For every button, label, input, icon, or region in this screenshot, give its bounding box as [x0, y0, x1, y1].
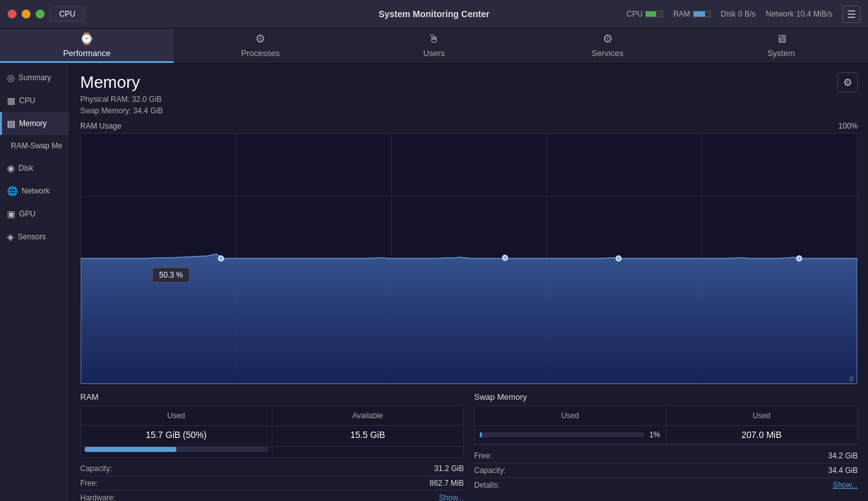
sidebar-item-sensors[interactable]: ◈ Sensors: [0, 225, 69, 248]
ram-progress-fill: [85, 447, 176, 452]
ram-progress-bg: [85, 447, 268, 452]
svg-point-8: [503, 255, 508, 260]
swap-panel-title: Swap Memory: [474, 392, 858, 406]
swap-details-row: Details: Show...: [474, 477, 858, 492]
ram-available-header: Available: [272, 406, 464, 425]
system-icon: 🖥: [776, 32, 787, 46]
free-row: Free: 862.7 MiB: [80, 476, 464, 490]
ram-values-row: 15.7 GiB (50%) 15.5 GiB: [81, 426, 463, 447]
swap-pct-label: 1%: [649, 430, 660, 439]
swap-memory-info: Swap Memory: 34.4 GiB: [80, 106, 163, 115]
content-area: Memory Physical RAM: 32.0 GiB Swap Memor…: [70, 64, 868, 501]
disk-value: 0 B/s: [738, 10, 755, 18]
chart-section: RAM Usage 100%: [70, 122, 868, 385]
free-label: Free:: [80, 479, 98, 488]
swap-used-header: Used: [475, 406, 666, 425]
settings-button[interactable]: ⚙: [837, 73, 858, 92]
page-info: Memory Physical RAM: 32.0 GiB Swap Memor…: [80, 73, 163, 115]
swap-stats-grid: Used Used 1% 207.0 MiB: [474, 406, 858, 445]
minimize-button[interactable]: [22, 10, 31, 18]
titlebar-tabs: CPU: [50, 6, 85, 22]
ram-label: RAM: [673, 10, 690, 18]
ram-panel: RAM Used Available 15.7 GiB (50%) 15.5 G…: [80, 392, 464, 501]
performance-icon: ⌚: [80, 32, 94, 46]
main-layout: ◎ Summary ▦ CPU ▤ Memory RAM-Swap Me ◉ D…: [0, 64, 868, 501]
ram-bar-row: [81, 447, 463, 457]
app-title: System Monitoring Center: [379, 9, 489, 19]
cpu-bar: [645, 11, 663, 17]
sensors-icon: ◈: [7, 232, 14, 242]
sidebar-item-network[interactable]: 🌐 Network: [0, 180, 69, 202]
window-controls: CPU: [8, 6, 85, 22]
cpu-sidebar-icon: ▦: [7, 95, 15, 106]
disk-label: Disk: [721, 10, 736, 18]
ram-panel-title: RAM: [80, 392, 464, 406]
tab-processes[interactable]: ⚙ Processes: [174, 29, 347, 63]
users-icon: 🖱: [428, 32, 440, 46]
gpu-icon: ▣: [7, 209, 15, 219]
swap-bar-cell: 1%: [475, 426, 666, 444]
ram-used-header: Used: [81, 406, 272, 425]
close-button[interactable]: [8, 10, 17, 18]
titlebar-metrics: CPU RAM Disk 0 B/s Network 10.4 MiB/s ☰: [627, 6, 860, 23]
swap-header-row: Used Used: [475, 406, 857, 426]
sidebar: ◎ Summary ▦ CPU ▤ Memory RAM-Swap Me ◉ D…: [0, 64, 70, 501]
cpu-metric: CPU: [627, 10, 663, 18]
ram-chart: 50.3 % 0: [80, 133, 858, 385]
chart-label: RAM Usage: [80, 122, 122, 131]
ram-metric: RAM: [673, 10, 711, 18]
cpu-label: CPU: [627, 10, 643, 18]
stats-section: RAM Used Available 15.7 GiB (50%) 15.5 G…: [70, 385, 868, 501]
menu-button[interactable]: ☰: [843, 6, 860, 23]
disk-sidebar-icon: ◉: [7, 163, 15, 173]
processes-icon: ⚙: [255, 32, 265, 46]
ram-available-bar-cell: [272, 447, 464, 457]
swap-value-cell: 207.0 MiB: [666, 426, 858, 444]
network-icon: 🌐: [7, 186, 18, 196]
svg-point-10: [797, 256, 802, 261]
tab-performance[interactable]: ⌚ Performance: [0, 29, 174, 63]
swap-free-label: Free:: [474, 451, 492, 460]
swap-details-link[interactable]: Show...: [833, 481, 858, 490]
svg-point-9: [616, 256, 621, 261]
swap-capacity-value: 34.4 GiB: [828, 466, 858, 475]
ram-header-row: Used Available: [81, 406, 463, 426]
nav-tabs: ⌚ Performance ⚙ Processes 🖱 Users ⚙ Serv…: [0, 29, 868, 64]
content-header: Memory Physical RAM: 32.0 GiB Swap Memor…: [70, 64, 868, 122]
swap-bar-row: 1% 207.0 MiB: [475, 426, 857, 444]
free-value: 862.7 MiB: [430, 479, 464, 488]
sidebar-item-gpu[interactable]: ▣ GPU: [0, 202, 69, 225]
chart-header: RAM Usage 100%: [80, 122, 858, 131]
swap-details: Free: 34.2 GiB Capacity: 34.4 GiB Detail…: [474, 449, 858, 492]
tab-system[interactable]: 🖥 System: [694, 29, 868, 63]
titlebar-tab-cpu[interactable]: CPU: [50, 6, 85, 22]
swap-free-row: Free: 34.2 GiB: [474, 449, 858, 463]
summary-icon: ◎: [7, 73, 15, 83]
ram-stats-grid: Used Available 15.7 GiB (50%) 15.5 GiB: [80, 406, 464, 458]
ram-bar: [693, 11, 711, 17]
network-value: 10.4 MiB/s: [796, 10, 832, 18]
swap-used2-header: Used: [666, 406, 858, 425]
tab-services[interactable]: ⚙ Services: [521, 29, 694, 63]
svg-point-7: [218, 256, 223, 261]
network-metric: Network 10.4 MiB/s: [766, 10, 832, 18]
sidebar-item-summary[interactable]: ◎ Summary: [0, 66, 69, 89]
capacity-label: Capacity:: [80, 464, 112, 473]
services-icon: ⚙: [603, 32, 613, 46]
swap-bar-bg: [480, 432, 644, 437]
hardware-row: Hardware: Show...: [80, 490, 464, 501]
capacity-row: Capacity: 31.2 GiB: [80, 462, 464, 476]
hardware-link[interactable]: Show...: [439, 493, 464, 501]
swap-bar-fill: [480, 432, 482, 437]
swap-details-label: Details:: [474, 481, 500, 490]
sidebar-item-disk[interactable]: ◉ Disk: [0, 157, 69, 180]
sidebar-item-ram-swap[interactable]: RAM-Swap Me: [0, 135, 69, 157]
ram-used-bar-cell: [81, 447, 272, 457]
sidebar-item-cpu[interactable]: ▦ CPU: [0, 89, 69, 112]
sidebar-item-memory[interactable]: ▤ Memory: [0, 112, 69, 135]
swap-free-value: 34.2 GiB: [828, 451, 858, 460]
hardware-label: Hardware:: [80, 493, 115, 501]
ram-available-value: 15.5 GiB: [272, 426, 464, 446]
tab-users[interactable]: 🖱 Users: [347, 29, 521, 63]
maximize-button[interactable]: [36, 10, 45, 18]
